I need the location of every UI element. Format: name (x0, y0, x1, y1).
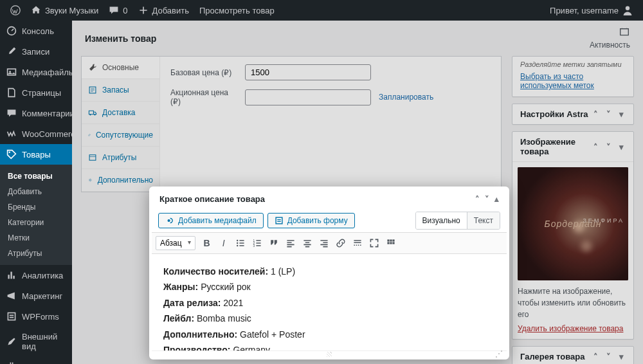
user-greeting[interactable]: Привет, username (545, 0, 638, 21)
sub-brands[interactable]: Бренды (0, 199, 72, 215)
nav-media[interactable]: Медиафайлы (0, 62, 72, 82)
svg-point-5 (9, 152, 10, 153)
chevron-down-icon[interactable]: ˅ (485, 194, 489, 204)
editor-toolbar: Абзац B I 123 (152, 232, 507, 254)
sub-categories[interactable]: Категории (0, 215, 72, 230)
nav-woocommerce[interactable]: WooCommerce (0, 123, 72, 144)
svg-point-20 (237, 242, 238, 244)
short-desc-title: Краткое описание товара (159, 194, 265, 204)
nav-pages[interactable]: Страницы (0, 82, 72, 103)
svg-point-0 (11, 6, 20, 15)
align-left-button[interactable] (283, 235, 298, 251)
bold-button[interactable]: B (199, 235, 215, 251)
comments-link[interactable]: 0 (104, 0, 132, 21)
nav-products-sub: Все товары Добавить Бренды Категории Мет… (0, 165, 72, 265)
svg-rect-27 (392, 239, 394, 241)
editor-tab-text[interactable]: Текст (467, 212, 500, 229)
svg-rect-6 (8, 313, 15, 320)
align-right-button[interactable] (316, 235, 332, 251)
chevron-up-icon[interactable]: ˄ (475, 194, 480, 204)
site-link[interactable]: Звуки Музыки (26, 0, 104, 21)
align-center-button[interactable] (300, 235, 315, 251)
svg-rect-26 (390, 239, 392, 241)
svg-point-17 (168, 219, 170, 222)
toolbar-toggle-button[interactable] (383, 235, 399, 251)
nav-products[interactable]: Товары (0, 144, 72, 165)
add-media-button[interactable]: Добавить медиафайл (158, 213, 264, 228)
svg-point-21 (237, 245, 238, 246)
nav-plugins[interactable]: Плагины (0, 356, 72, 364)
svg-rect-3 (8, 69, 16, 75)
wp-logo[interactable] (5, 0, 26, 21)
svg-point-19 (237, 240, 238, 241)
editor-content[interactable]: Количество носителей: 1 (LP) Жанры: Русс… (152, 254, 507, 350)
ul-button[interactable] (233, 235, 248, 251)
sub-tags[interactable]: Метки (0, 230, 72, 246)
editor-tab-visual[interactable]: Визуально (416, 212, 467, 229)
svg-rect-28 (387, 242, 389, 244)
nav-appearance[interactable]: Внешний вид (0, 327, 72, 356)
italic-button[interactable]: I (216, 235, 231, 251)
view-product[interactable]: Просмотреть товар (194, 0, 280, 21)
short-description-box: Краткое описание товара ˄ ˅ ▴ Добавить м… (149, 187, 509, 359)
ol-button[interactable]: 123 (249, 235, 265, 251)
nav-wpforms[interactable]: WPForms (0, 306, 72, 327)
add-new[interactable]: Добавить (133, 0, 194, 21)
svg-text:3: 3 (253, 244, 255, 248)
format-select[interactable]: Абзац (156, 236, 195, 250)
link-button[interactable] (333, 235, 349, 251)
nav-analytics[interactable]: Аналитика (0, 265, 72, 286)
fullscreen-button[interactable] (367, 235, 382, 251)
sub-add-product[interactable]: Добавить (0, 184, 72, 199)
add-form-button[interactable]: Добавить форму (267, 213, 355, 228)
admin-sidenav: Консоль Записи Медиафайлы Страницы Комме… (0, 21, 72, 364)
sub-attributes[interactable]: Атрибуты (0, 246, 72, 261)
svg-rect-25 (387, 239, 389, 241)
admin-bar: Звуки Музыки 0 Добавить Просмотреть това… (0, 0, 643, 21)
svg-rect-29 (390, 242, 392, 244)
resize-handle[interactable] (152, 350, 507, 357)
svg-rect-30 (392, 242, 394, 244)
nav-posts[interactable]: Записи (0, 41, 72, 62)
caret-up-icon[interactable]: ▴ (494, 194, 499, 204)
nav-marketing[interactable]: Маркетинг (0, 286, 72, 306)
nav-dashboard[interactable]: Консоль (0, 21, 72, 41)
svg-rect-18 (276, 217, 282, 224)
quote-button[interactable] (266, 235, 282, 251)
svg-point-1 (626, 6, 629, 10)
more-button[interactable] (350, 235, 365, 251)
sub-all-products[interactable]: Все товары (0, 168, 72, 184)
nav-comments[interactable]: Комментарии (0, 103, 72, 123)
